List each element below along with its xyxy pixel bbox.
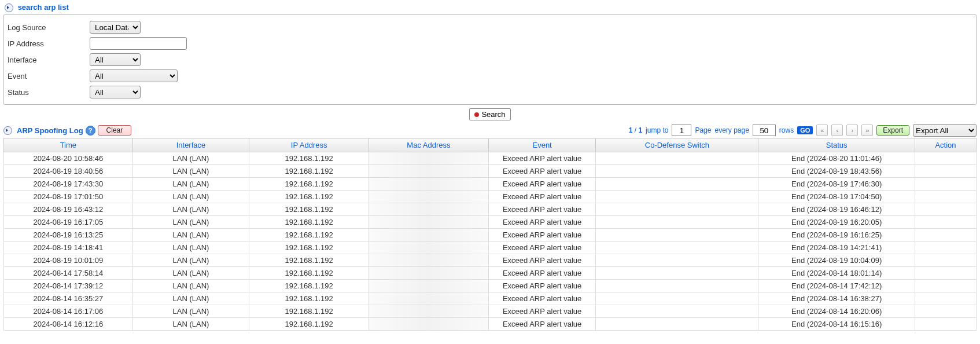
go-button[interactable]: GO: [797, 126, 813, 134]
th-codef[interactable]: Co-Defense Switch: [596, 138, 758, 152]
interface-select[interactable]: All: [90, 53, 141, 66]
last-page-button[interactable]: »: [861, 125, 873, 136]
status-label: Status: [8, 88, 90, 97]
td-event: Exceed ARP alert value: [488, 216, 596, 229]
table-row: 2024-08-19 14:18:41LAN (LAN)192.168.1.19…: [4, 241, 977, 254]
prev-page-button[interactable]: ‹: [831, 125, 843, 136]
td-status: End (2024-08-14 16:38:27): [758, 292, 915, 305]
td-event: Exceed ARP alert value: [488, 191, 596, 203]
td-time: 2024-08-19 17:01:50: [4, 191, 133, 203]
td-interface: LAN (LAN): [132, 318, 249, 331]
td-status: End (2024-08-19 18:43:56): [758, 165, 915, 178]
td-interface: LAN (LAN): [132, 254, 249, 267]
td-action: [915, 267, 976, 280]
search-button[interactable]: Search: [469, 108, 510, 120]
td-interface: LAN (LAN): [132, 165, 249, 178]
td-interface: LAN (LAN): [132, 152, 249, 165]
td-codef: [596, 267, 758, 280]
jump-to-input[interactable]: [672, 125, 691, 136]
event-select[interactable]: All: [90, 69, 178, 82]
td-time: 2024-08-19 17:43:30: [4, 178, 133, 191]
td-action: [915, 229, 976, 241]
td-interface: LAN (LAN): [132, 191, 249, 203]
th-ip[interactable]: IP Address: [249, 138, 369, 152]
td-codef: [596, 229, 758, 241]
td-action: [915, 318, 976, 331]
th-interface[interactable]: Interface: [132, 138, 249, 152]
table-row: 2024-08-19 17:01:50LAN (LAN)192.168.1.19…: [4, 191, 977, 203]
td-event: Exceed ARP alert value: [488, 152, 596, 165]
td-time: 2024-08-19 16:13:25: [4, 229, 133, 241]
jump-to-label: jump to: [646, 126, 668, 134]
td-event: Exceed ARP alert value: [488, 318, 596, 331]
td-status: End (2024-08-19 17:04:50): [758, 191, 915, 203]
td-status: End (2024-08-14 18:01:14): [758, 267, 915, 280]
td-codef: [596, 318, 758, 331]
td-action: [915, 178, 976, 191]
td-ip: 192.168.1.192: [249, 203, 369, 216]
td-mac: [369, 165, 489, 178]
td-time: 2024-08-14 17:58:14: [4, 267, 133, 280]
log-panel-title: ARP Spoofing Log: [17, 126, 83, 135]
td-ip: 192.168.1.192: [249, 292, 369, 305]
td-interface: LAN (LAN): [132, 305, 249, 318]
td-codef: [596, 305, 758, 318]
td-ip: 192.168.1.192: [249, 280, 369, 292]
td-ip: 192.168.1.192: [249, 241, 369, 254]
td-mac: [369, 216, 489, 229]
next-page-button[interactable]: ›: [846, 125, 858, 136]
th-action[interactable]: Action: [915, 138, 976, 152]
td-status: End (2024-08-19 16:16:25): [758, 229, 915, 241]
td-event: Exceed ARP alert value: [488, 305, 596, 318]
td-mac: [369, 267, 489, 280]
td-mac: [369, 178, 489, 191]
td-time: 2024-08-19 18:40:56: [4, 165, 133, 178]
pager: 1 / 1 jump to Page every page rows GO « …: [629, 124, 977, 137]
td-action: [915, 165, 976, 178]
td-interface: LAN (LAN): [132, 229, 249, 241]
td-time: 2024-08-19 16:17:05: [4, 216, 133, 229]
log-source-select[interactable]: Local Data: [90, 21, 141, 34]
export-button-label: Export: [883, 126, 903, 134]
td-mac: [369, 203, 489, 216]
td-mac: [369, 292, 489, 305]
every-page-label: every page: [714, 126, 749, 134]
td-ip: 192.168.1.192: [249, 178, 369, 191]
td-status: End (2024-08-14 17:42:12): [758, 280, 915, 292]
td-status: End (2024-08-19 10:04:09): [758, 254, 915, 267]
td-codef: [596, 216, 758, 229]
help-icon[interactable]: ?: [86, 126, 95, 136]
table-row: 2024-08-14 16:17:06LAN (LAN)192.168.1.19…: [4, 305, 977, 318]
td-codef: [596, 203, 758, 216]
td-interface: LAN (LAN): [132, 216, 249, 229]
td-interface: LAN (LAN): [132, 241, 249, 254]
page-word: Page: [695, 126, 711, 134]
th-status[interactable]: Status: [758, 138, 915, 152]
td-mac: [369, 254, 489, 267]
rows-input[interactable]: [753, 125, 776, 136]
td-action: [915, 216, 976, 229]
td-codef: [596, 165, 758, 178]
export-button[interactable]: Export: [876, 125, 909, 136]
td-ip: 192.168.1.192: [249, 191, 369, 203]
th-event[interactable]: Event: [488, 138, 596, 152]
rows-word: rows: [779, 126, 794, 134]
th-mac[interactable]: Mac Address: [369, 138, 489, 152]
th-time[interactable]: Time: [4, 138, 133, 152]
export-mode-select[interactable]: Export All: [913, 124, 977, 137]
search-panel-title-text: search arp list: [18, 3, 69, 12]
first-page-button[interactable]: «: [816, 125, 828, 136]
td-time: 2024-08-14 16:12:16: [4, 318, 133, 331]
td-ip: 192.168.1.192: [249, 165, 369, 178]
td-interface: LAN (LAN): [132, 203, 249, 216]
clear-button[interactable]: Clear: [98, 125, 132, 136]
ip-address-input[interactable]: [90, 37, 187, 50]
td-codef: [596, 292, 758, 305]
td-status: End (2024-08-19 16:20:05): [758, 216, 915, 229]
status-select[interactable]: All: [90, 86, 141, 98]
td-time: 2024-08-14 17:39:12: [4, 280, 133, 292]
td-codef: [596, 280, 758, 292]
arp-log-table: Time Interface IP Address Mac Address Ev…: [3, 138, 977, 331]
td-action: [915, 280, 976, 292]
table-row: 2024-08-19 18:40:56LAN (LAN)192.168.1.19…: [4, 165, 977, 178]
